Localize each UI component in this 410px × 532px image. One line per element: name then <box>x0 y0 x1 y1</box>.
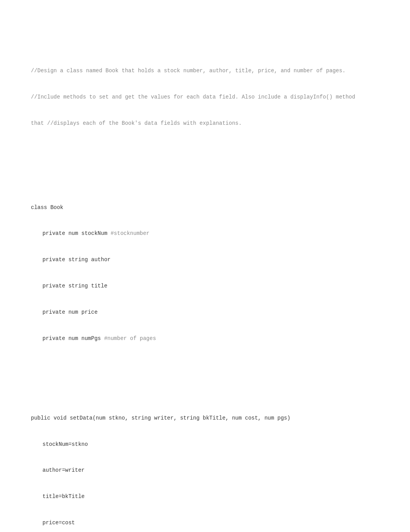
comment-line-1: //Design a class named Book that holds a… <box>31 66 387 75</box>
annotation-numpgs: #number of pages <box>104 335 156 342</box>
class-definition: class Book private num stockNum #stocknu… <box>31 186 387 360</box>
setdata-method: public void setData(num stkno, string wr… <box>31 396 387 532</box>
field-title: private string title <box>42 282 387 291</box>
comment-line-3: that //displays each of the Book's data … <box>31 119 387 128</box>
field-author: private string author <box>42 255 387 264</box>
comment-section: //Design a class named Book that holds a… <box>31 49 387 145</box>
setdata-title: title=bkTitle <box>42 492 387 501</box>
setdata-signature: public void setData(num stkno, string wr… <box>31 414 387 423</box>
comment-line-2: //Include methods to set and get the val… <box>31 93 387 102</box>
field-price: private num price <box>42 308 387 317</box>
field-numpgs: private num numPgs #number of pages <box>42 334 387 343</box>
setdata-stocknum: stockNum=stkno <box>42 440 387 449</box>
annotation-stocknum: #stocknumber <box>110 230 149 236</box>
class-header: class Book <box>31 203 387 212</box>
setdata-author: author=writer <box>42 466 387 475</box>
code-content: //Design a class named Book that holds a… <box>31 23 387 532</box>
setdata-price: price=cost <box>42 518 387 527</box>
field-stocknum: private num stockNum #stocknumber <box>42 229 387 238</box>
